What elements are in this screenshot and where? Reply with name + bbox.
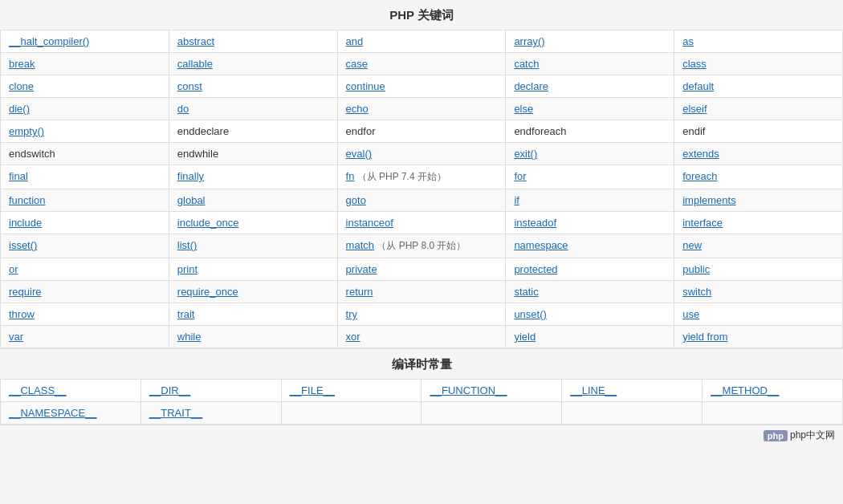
keyword-link[interactable]: fn <box>346 170 355 182</box>
table-cell: instanceof <box>337 212 506 234</box>
keyword-link[interactable]: require_once <box>177 286 238 298</box>
keyword-link[interactable]: var <box>9 331 23 343</box>
table-row: varwhilexoryieldyield from <box>1 326 843 348</box>
keyword-link[interactable]: public <box>682 263 710 275</box>
table-cell: __CLASS__ <box>1 380 141 402</box>
keyword-link[interactable]: yield from <box>682 331 727 343</box>
table-cell: abstract <box>169 30 337 53</box>
keyword-link[interactable]: eval() <box>346 148 373 160</box>
keyword-link[interactable]: exit() <box>514 148 537 160</box>
keyword-link[interactable]: and <box>346 35 364 47</box>
keyword-link[interactable]: else <box>514 103 533 115</box>
table-cell: isset() <box>1 234 169 258</box>
keyword-link[interactable]: die() <box>9 103 30 115</box>
keyword-link[interactable]: include <box>9 217 42 229</box>
keyword-link[interactable]: interface <box>682 217 723 229</box>
constant-link[interactable]: __DIR__ <box>149 384 190 396</box>
keyword-link[interactable]: protected <box>514 263 557 275</box>
footer-label: php中文网 <box>790 429 835 442</box>
table-cell <box>422 402 562 425</box>
table-cell: protected <box>506 258 674 281</box>
constant-link[interactable]: __LINE__ <box>570 384 617 396</box>
keyword-link[interactable]: case <box>346 58 368 70</box>
keyword-link[interactable]: callable <box>177 58 213 70</box>
keyword-link[interactable]: catch <box>514 58 539 70</box>
keyword-link[interactable]: __halt_compiler() <box>9 35 89 47</box>
keyword-link[interactable]: or <box>9 263 18 275</box>
keyword-link[interactable]: instanceof <box>346 217 393 229</box>
keyword-link[interactable]: namespace <box>514 239 568 251</box>
keyword-note: （从 PHP 8.0 开始） <box>374 240 466 251</box>
keyword-link[interactable]: throw <box>9 308 35 320</box>
keyword-link[interactable]: default <box>682 80 714 92</box>
keyword-link[interactable]: xor <box>346 331 360 343</box>
keyword-link[interactable]: const <box>177 80 202 92</box>
keyword-link[interactable]: break <box>9 58 35 70</box>
constant-link[interactable]: __TRAIT__ <box>149 407 202 419</box>
keyword-link[interactable]: yield <box>514 331 536 343</box>
keyword-link[interactable]: global <box>177 194 206 206</box>
table-cell: __NAMESPACE__ <box>1 402 141 425</box>
table-cell: __METHOD__ <box>702 380 843 402</box>
keyword-link[interactable]: do <box>177 103 189 115</box>
table-cell: insteadof <box>506 212 674 234</box>
keyword-link[interactable]: use <box>682 308 699 320</box>
keyword-link[interactable]: function <box>9 194 46 206</box>
table-cell: fn （从 PHP 7.4 开始） <box>337 165 506 189</box>
keyword-link[interactable]: abstract <box>177 35 214 47</box>
keyword-link[interactable]: isset() <box>9 239 37 251</box>
keyword-link[interactable]: declare <box>514 80 548 92</box>
keywords-table: __halt_compiler()abstractandarray()asbre… <box>0 30 843 348</box>
keyword-link[interactable]: elseif <box>682 103 707 115</box>
table-cell: require <box>1 281 169 303</box>
keyword-link[interactable]: static <box>514 286 538 298</box>
keyword-link[interactable]: array() <box>514 35 544 47</box>
keyword-link[interactable]: include_once <box>177 217 239 229</box>
table-cell: else <box>506 98 674 120</box>
keyword-link[interactable]: unset() <box>514 308 546 320</box>
constant-link[interactable]: __FUNCTION__ <box>430 384 507 396</box>
table-cell: trait <box>169 303 337 326</box>
keyword-link[interactable]: class <box>682 58 707 70</box>
table-row: finalfinallyfn （从 PHP 7.4 开始）forforeach <box>1 165 843 189</box>
table-cell: final <box>1 165 169 189</box>
keyword-link[interactable]: extends <box>682 148 719 160</box>
keyword-link[interactable]: insteadof <box>514 217 556 229</box>
keyword-link[interactable]: switch <box>682 286 711 298</box>
keyword-link[interactable]: for <box>514 170 526 182</box>
keyword-link[interactable]: implements <box>682 194 735 206</box>
keyword-link[interactable]: while <box>177 331 202 343</box>
keyword-link[interactable]: trait <box>177 308 195 320</box>
keyword-link[interactable]: private <box>346 263 377 275</box>
constant-link[interactable]: __NAMESPACE__ <box>9 407 97 419</box>
keyword-link[interactable]: require <box>9 286 41 298</box>
keyword-link[interactable]: as <box>682 35 694 47</box>
table-cell: list() <box>169 234 337 258</box>
table-cell: break <box>1 53 169 75</box>
keyword-link[interactable]: foreach <box>682 170 717 182</box>
constant-link[interactable]: __CLASS__ <box>9 384 67 396</box>
keyword-link[interactable]: finally <box>177 170 204 182</box>
keyword-link[interactable]: echo <box>346 103 369 115</box>
keyword-link[interactable]: continue <box>346 80 385 92</box>
table-cell: default <box>674 75 843 98</box>
keyword-link[interactable]: print <box>177 263 198 275</box>
constant-link[interactable]: __METHOD__ <box>711 384 779 396</box>
keyword-link[interactable]: goto <box>346 194 366 206</box>
keyword-link[interactable]: if <box>514 194 519 206</box>
table-cell: __FILE__ <box>281 380 422 402</box>
keyword-link[interactable]: final <box>9 170 28 182</box>
keyword-link[interactable]: new <box>682 239 702 251</box>
constant-link[interactable]: __FILE__ <box>290 384 335 396</box>
table-cell: new <box>674 234 843 258</box>
keyword-link[interactable]: return <box>346 286 373 298</box>
table-cell: enddeclare <box>169 120 337 143</box>
table-cell: __TRAIT__ <box>140 402 281 425</box>
keyword-link[interactable]: match <box>346 239 374 251</box>
keyword-link[interactable]: clone <box>9 80 34 92</box>
keyword-link[interactable]: try <box>346 308 357 320</box>
php-badge: php <box>764 430 788 441</box>
section2-title: 编译时常量 <box>0 348 843 379</box>
keyword-link[interactable]: list() <box>177 239 198 251</box>
keyword-link[interactable]: empty() <box>9 125 44 137</box>
